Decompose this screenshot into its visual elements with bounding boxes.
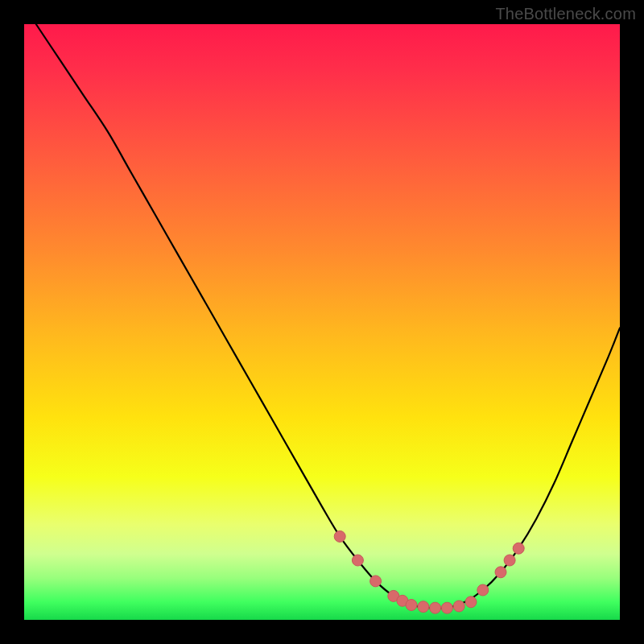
curve-dot: [352, 555, 363, 566]
curve-dot: [430, 602, 441, 613]
curve-dot: [441, 602, 452, 613]
curve-dot: [513, 543, 524, 554]
curve-dot: [406, 600, 417, 611]
curve-dot: [495, 567, 506, 578]
curve-dot: [334, 530, 345, 542]
curve-dot: [370, 576, 382, 587]
chart-svg: [24, 24, 620, 620]
curve-dot: [465, 597, 477, 608]
curve-dot: [504, 555, 515, 566]
curve-dot: [453, 601, 464, 612]
curve-markers: [334, 530, 524, 613]
chart-frame: TheBottleneck.com: [0, 0, 644, 644]
curve-dot: [418, 601, 429, 613]
curve-dot: [477, 584, 489, 596]
bottleneck-curve: [36, 24, 620, 609]
watermark-text: TheBottleneck.com: [495, 5, 636, 23]
